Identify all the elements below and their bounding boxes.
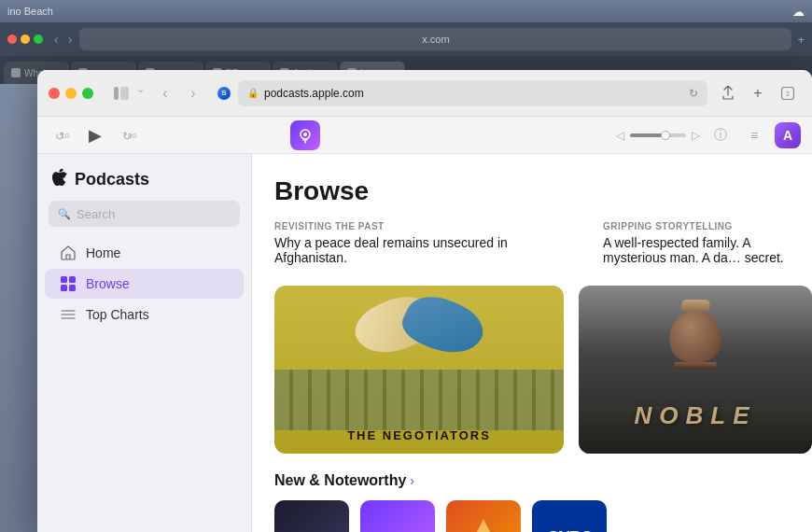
volume-low-icon: ◁ <box>616 129 624 142</box>
volume-slider[interactable] <box>630 133 686 137</box>
noble-title: NOBLE <box>635 401 757 429</box>
sidebar-item-home[interactable]: Home <box>45 238 244 268</box>
volume-thumb <box>661 131 670 140</box>
svg-marker-22 <box>465 519 502 532</box>
volume-controls: ◁ ▷ <box>616 129 700 142</box>
cnbc-label: CNBC <box>547 528 592 533</box>
sidebar: Podcasts 🔍 Search Home <box>37 154 252 532</box>
new-noteworthy-section: New & Noteworthy › <box>274 472 790 532</box>
featured-right-meta: GRIPPING STORYTELLING A well-respected f… <box>603 221 790 276</box>
share-button[interactable] <box>715 83 741 104</box>
sidebar-arrow[interactable]: ⌄ <box>136 83 145 104</box>
podcast-thumb-1-label <box>274 500 349 532</box>
reload-button[interactable]: ↻ <box>689 87 698 100</box>
card-inner-noble: NOBLE <box>579 286 812 454</box>
sidebar-item-browse[interactable]: Browse <box>45 269 244 299</box>
urn-lid <box>681 300 709 311</box>
bg-add-tab[interactable]: + <box>797 33 805 47</box>
bg-minimize-button[interactable] <box>21 35 30 44</box>
account-avatar[interactable]: A <box>775 122 801 148</box>
bg-tab-favicon-1 <box>11 68 21 77</box>
svg-text:10: 10 <box>61 132 69 140</box>
add-tab-button[interactable]: + <box>745 83 771 104</box>
search-icon: 🔍 <box>58 208 71 220</box>
svg-rect-1 <box>120 87 129 100</box>
sidebar-item-label-home: Home <box>86 245 120 260</box>
podcast-thumb-cnbc[interactable]: CNBC <box>532 500 607 532</box>
info-button[interactable]: ⓘ <box>707 122 734 148</box>
featured-right-desc: A well-respected family. A mysterious ma… <box>603 235 790 265</box>
forward-button[interactable]: › <box>180 83 206 104</box>
lock-icon: 🔒 <box>247 88 259 98</box>
content-scroll[interactable]: Browse REVISITING THE PAST Why a peace d… <box>252 154 812 532</box>
featured-card-negotiators[interactable]: THE NEGOTIATORS <box>274 286 564 454</box>
volume-fill <box>630 133 663 137</box>
sidebar-title: Podcasts <box>75 170 149 189</box>
chapter-list-button[interactable]: ≡ <box>741 122 767 148</box>
svg-point-9 <box>303 133 307 136</box>
title-bar: ⌄ ‹ › S 🔒 podcasts.apple.com ↻ + 2 <box>37 70 812 117</box>
bg-forward-button[interactable]: › <box>66 30 75 49</box>
minimize-button[interactable] <box>65 88 77 99</box>
browse-icon <box>60 275 77 292</box>
podcast-thumb-1[interactable] <box>274 500 349 532</box>
main-layout: Podcasts 🔍 Search Home <box>37 154 812 532</box>
volume-high-icon: ▷ <box>692 129 700 142</box>
search-placeholder: Search <box>77 207 115 221</box>
section-arrow[interactable]: › <box>410 473 414 488</box>
featured-meta-row: REVISITING THE PAST Why a peace deal rem… <box>274 221 790 276</box>
tabs-overview-button[interactable]: 2 <box>775 83 801 104</box>
svg-rect-14 <box>61 285 67 291</box>
bg-browser-toolbar: ‹ › x.com + <box>0 22 812 56</box>
close-button[interactable] <box>49 88 60 99</box>
urn-base <box>675 362 717 369</box>
section-title: New & Noteworthy <box>274 472 406 489</box>
podcasts-toolbar-icon <box>290 120 320 150</box>
section-header: New & Noteworthy › <box>274 472 790 489</box>
sidebar-item-label-browse: Browse <box>86 276 130 291</box>
desktop-menu-bar: ino Beach ☁ <box>0 0 812 22</box>
zoom-button[interactable] <box>82 88 93 99</box>
window-controls: ⌄ <box>108 83 145 104</box>
noble-text: NOBLE <box>579 401 812 430</box>
featured-left-desc: Why a peace deal remains unsecured in Af… <box>274 235 573 265</box>
bg-address-bar[interactable]: x.com <box>79 28 791 50</box>
address-text: podcasts.apple.com <box>264 87 364 100</box>
bg-traffic-lights <box>7 35 43 44</box>
browser-shield-icon: S <box>217 87 231 100</box>
browser-window: ⌄ ‹ › S 🔒 podcasts.apple.com ↻ + 2 <box>37 70 812 532</box>
content-area: Browse REVISITING THE PAST Why a peace d… <box>252 154 812 532</box>
bg-back-button[interactable]: ‹ <box>52 30 61 49</box>
neg-title: THE NEGOTIATORS <box>274 428 564 442</box>
address-bar[interactable]: 🔒 podcasts.apple.com ↻ <box>238 80 707 106</box>
cnbc-thumb-content: CNBC <box>532 500 607 532</box>
bg-zoom-button[interactable] <box>34 35 43 44</box>
weather-icon: ☁ <box>792 5 805 19</box>
forward-skip-button[interactable]: ↻ 30 <box>116 122 142 148</box>
urn-body <box>670 311 721 362</box>
back-button[interactable]: ‹ <box>152 83 178 104</box>
browse-title: Browse <box>274 176 790 206</box>
browser-toolbar-right: + 2 <box>715 83 801 104</box>
svg-text:30: 30 <box>128 132 136 140</box>
noble-urn <box>670 300 721 369</box>
sidebar-toggle-button[interactable] <box>108 83 134 104</box>
featured-left-meta: REVISITING THE PAST Why a peace deal rem… <box>274 221 573 276</box>
content-toolbar: ↺ 10 ▶ ↻ 30 ◁ <box>37 117 812 154</box>
rewind-button[interactable]: ↺ 10 <box>49 122 75 148</box>
podcast-thumb-assembly[interactable]: Assembly <box>360 500 435 532</box>
featured-right-tagline: GRIPPING STORYTELLING <box>603 221 790 231</box>
play-button[interactable]: ▶ <box>82 122 108 148</box>
featured-cards: THE NEGOTIATORS <box>274 286 790 454</box>
desktop-title: ino Beach <box>7 6 53 17</box>
traffic-lights <box>49 88 93 99</box>
neg-hands <box>274 293 564 372</box>
sidebar-item-top-charts[interactable]: Top Charts <box>45 300 244 329</box>
bg-close-button[interactable] <box>7 35 17 44</box>
podcast-thumb-3[interactable] <box>446 500 521 532</box>
search-box[interactable]: 🔍 Search <box>49 201 240 227</box>
svg-rect-15 <box>69 285 76 291</box>
podcast-thumbnails-row: Assembly <box>274 500 790 532</box>
featured-card-noble[interactable]: NOBLE <box>579 286 812 454</box>
podcast-thumb-3-content <box>446 500 521 532</box>
